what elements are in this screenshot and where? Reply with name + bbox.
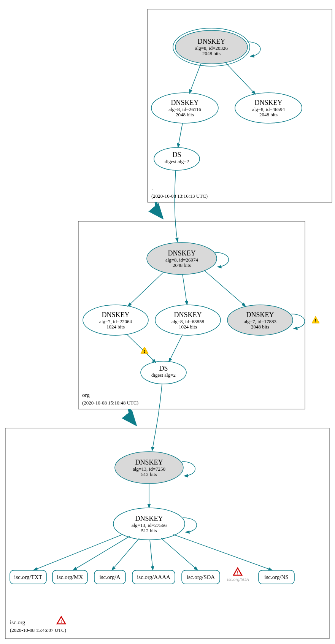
svg-text:alg=8, id=46594: alg=8, id=46594 — [252, 106, 285, 112]
svg-text:2048 bits: 2048 bits — [259, 112, 278, 117]
svg-text:!: ! — [315, 318, 316, 324]
zone-root: . (2020-10-08 13:16:13 UTC) DNSKEY alg=8… — [148, 9, 332, 202]
rr-txt: isc.org/TXT — [10, 570, 46, 584]
edge-ds-root-org — [175, 170, 178, 242]
zone-org: org (2020-10-08 15:10:48 UTC) DNSKEY alg… — [78, 221, 319, 409]
svg-text:!: ! — [237, 570, 238, 576]
svg-text:2048 bits: 2048 bits — [202, 51, 221, 56]
rr-ns: isc.org/NS — [259, 570, 294, 584]
node-org-k1: DNSKEY alg=7, id=22064 1024 bits — [83, 305, 148, 335]
svg-text:2048 bits: 2048 bits — [173, 262, 191, 268]
svg-text:digest alg=2: digest alg=2 — [165, 159, 189, 164]
zone-root-label: . — [151, 185, 153, 191]
zone-isc: isc.org (2020-10-08 15:46:07 UTC) ! DNSK… — [5, 428, 329, 639]
svg-text:DNSKEY: DNSKEY — [168, 249, 195, 257]
warning-icon: ! — [141, 347, 148, 354]
node-isc-ksk: DNSKEY alg=13, id=7250 512 bits — [115, 452, 195, 484]
node-isc-zsk: DNSKEY alg=13, id=27566 512 bits — [113, 508, 197, 540]
svg-text:alg=8, id=63858: alg=8, id=63858 — [171, 319, 204, 324]
svg-text:alg=7, id=22064: alg=7, id=22064 — [99, 319, 132, 324]
zone-root-ts: (2020-10-08 13:16:13 UTC) — [151, 193, 208, 199]
svg-text:DNSKEY: DNSKEY — [171, 99, 198, 106]
rr-a: isc.org/A — [94, 570, 125, 584]
svg-text:DNSKEY: DNSKEY — [174, 311, 202, 319]
svg-text:2048 bits: 2048 bits — [251, 324, 269, 330]
svg-text:alg=7, id=17883: alg=7, id=17883 — [244, 319, 276, 324]
svg-text:DNSKEY: DNSKEY — [246, 311, 274, 319]
node-org-ds: DS digest alg=2 — [141, 361, 186, 384]
svg-text:512 bits: 512 bits — [141, 528, 157, 533]
node-org-k2: DNSKEY alg=8, id=63858 1024 bits — [155, 305, 221, 335]
svg-text:digest alg=2: digest alg=2 — [151, 372, 176, 378]
error-icon: ! — [233, 568, 242, 576]
edge-deleg-org-isc — [129, 409, 135, 424]
zone-org-label: org — [82, 392, 90, 398]
svg-text:DNSKEY: DNSKEY — [135, 458, 163, 466]
svg-text:isc.org/AAAA: isc.org/AAAA — [137, 574, 170, 580]
svg-text:512 bits: 512 bits — [141, 471, 157, 477]
svg-text:!: ! — [144, 348, 145, 354]
svg-text:alg=8, id=26116: alg=8, id=26116 — [168, 106, 201, 112]
edge-deleg-root-org — [156, 202, 162, 217]
svg-text:DNSKEY: DNSKEY — [254, 99, 282, 106]
svg-text:isc.org/A: isc.org/A — [99, 574, 120, 580]
svg-text:isc.org/SOA: isc.org/SOA — [187, 574, 215, 580]
svg-text:DNSKEY: DNSKEY — [135, 515, 163, 522]
svg-text:DS: DS — [172, 151, 181, 159]
svg-text:alg=13, id=27566: alg=13, id=27566 — [132, 522, 167, 528]
node-org-ksk: DNSKEY alg=8, id=26974 2048 bits — [147, 243, 229, 274]
zone-org-ts: (2020-10-08 15:10:48 UTC) — [82, 400, 138, 406]
warning-icon: ! — [312, 316, 319, 324]
zone-isc-ts: (2020-10-08 15:46:07 UTC) — [10, 627, 66, 633]
error-icon: ! — [57, 617, 65, 624]
svg-text:DNSKEY: DNSKEY — [102, 311, 129, 319]
dnssec-diagram: . (2020-10-08 13:16:13 UTC) DNSKEY alg=8… — [0, 0, 335, 644]
rr-soa-error: ! isc.org/SOA — [227, 568, 249, 582]
svg-text:alg=8, id=20326: alg=8, id=20326 — [195, 45, 228, 51]
svg-text:2048 bits: 2048 bits — [176, 112, 194, 117]
svg-text:isc.org/TXT: isc.org/TXT — [14, 574, 42, 580]
node-org-k3: DNSKEY alg=7, id=17883 2048 bits — [227, 305, 305, 335]
rr-mx: isc.org/MX — [52, 570, 87, 584]
svg-text:DS: DS — [159, 365, 168, 372]
svg-text:alg=8, id=26974: alg=8, id=26974 — [165, 257, 198, 263]
svg-text:1024 bits: 1024 bits — [106, 324, 125, 330]
node-root-ksk: DNSKEY alg=8, id=20326 2048 bits — [173, 28, 260, 66]
rr-soa: isc.org/SOA — [182, 570, 220, 584]
node-root-ds: DS digest alg=2 — [154, 148, 200, 170]
node-root-zsk2: DNSKEY alg=8, id=46594 2048 bits — [235, 93, 302, 123]
edge-ds-org-isc — [152, 384, 162, 451]
svg-text:isc.org/SOA: isc.org/SOA — [227, 577, 249, 582]
svg-text:isc.org/NS: isc.org/NS — [264, 574, 288, 580]
zone-isc-label: isc.org — [10, 619, 25, 625]
svg-text:DNSKEY: DNSKEY — [197, 38, 225, 45]
rr-aaaa: isc.org/AAAA — [132, 570, 175, 584]
svg-text:1024 bits: 1024 bits — [179, 324, 197, 330]
node-root-zsk1: DNSKEY alg=8, id=26116 2048 bits — [151, 93, 218, 123]
svg-text:!: ! — [60, 619, 62, 624]
svg-text:alg=13, id=7250: alg=13, id=7250 — [133, 466, 165, 472]
svg-text:isc.org/MX: isc.org/MX — [57, 574, 83, 580]
